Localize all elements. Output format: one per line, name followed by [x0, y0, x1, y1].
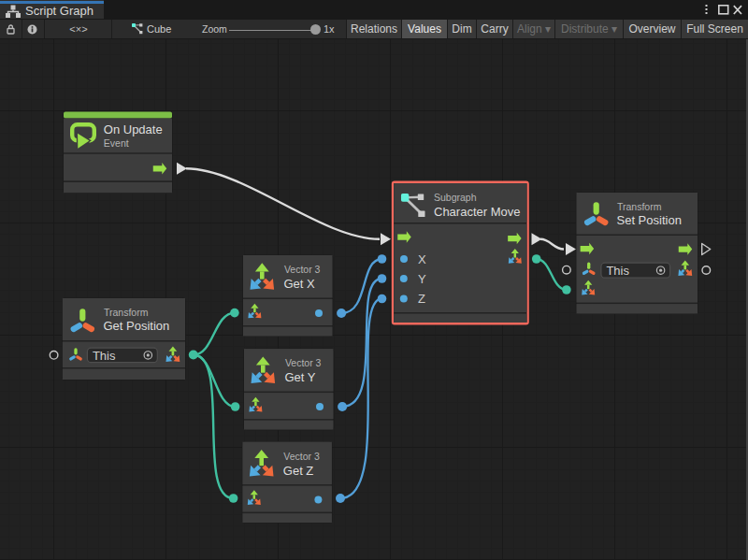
svg-text:Get Position: Get Position [104, 319, 170, 333]
svg-text:Transform: Transform [104, 307, 149, 318]
svg-text:This: This [606, 264, 629, 278]
svg-text:Z: Z [418, 292, 425, 306]
svg-text:X: X [418, 252, 426, 266]
svg-text:This: This [93, 349, 116, 363]
svg-text:Character Move: Character Move [434, 205, 520, 219]
svg-text:Get X: Get X [283, 277, 315, 291]
svg-text:Subgraph: Subgraph [434, 192, 477, 203]
svg-text:Vector 3: Vector 3 [285, 357, 322, 368]
svg-text:Vector 3: Vector 3 [284, 264, 321, 275]
svg-text:Transform: Transform [617, 201, 662, 212]
svg-text:Y: Y [418, 272, 426, 286]
svg-text:On Update: On Update [104, 122, 163, 136]
svg-text:Set Position: Set Position [617, 213, 682, 227]
svg-text:Get Z: Get Z [283, 464, 314, 478]
svg-text:Get Y: Get Y [284, 370, 315, 384]
svg-text:Event: Event [104, 137, 129, 149]
svg-text:Vector 3: Vector 3 [283, 451, 320, 462]
